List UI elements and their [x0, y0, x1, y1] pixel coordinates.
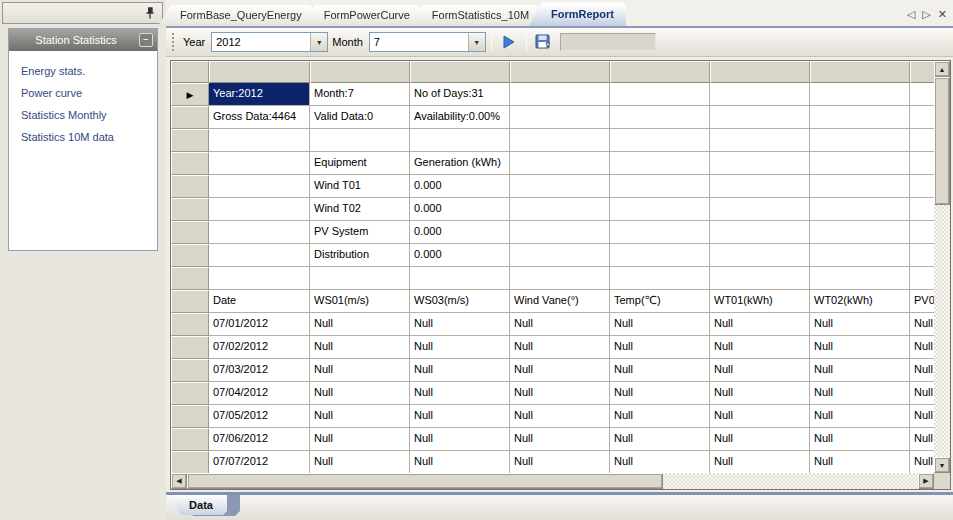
grid-cell[interactable]: Null: [310, 428, 410, 451]
row-header[interactable]: [171, 290, 209, 313]
tab-formreport[interactable]: FormReport: [529, 2, 626, 26]
grid-cell[interactable]: Null: [410, 428, 510, 451]
year-combo[interactable]: 2012 ▼: [211, 32, 328, 52]
grid-cell[interactable]: [510, 198, 610, 221]
grid-cell[interactable]: [209, 267, 310, 290]
scroll-up-icon[interactable]: ▲: [934, 61, 950, 77]
grid-cell[interactable]: 0.000: [410, 221, 510, 244]
grid-cell[interactable]: [610, 106, 710, 129]
vertical-scrollbar[interactable]: ▲ ▼: [934, 61, 950, 473]
grid-cell[interactable]: Null: [810, 359, 910, 382]
grid-cell[interactable]: [610, 221, 710, 244]
chevron-down-icon[interactable]: ▼: [310, 33, 327, 51]
grid-cell[interactable]: [209, 221, 310, 244]
grid-cell[interactable]: Null: [310, 382, 410, 405]
close-tab-icon[interactable]: ✕: [938, 8, 947, 21]
grid-cell[interactable]: Null: [910, 336, 934, 359]
grid-cell[interactable]: [710, 244, 810, 267]
grid-cell[interactable]: [610, 198, 710, 221]
row-header[interactable]: [171, 244, 209, 267]
grid-cell[interactable]: [910, 175, 934, 198]
row-indicator-icon[interactable]: ▶: [171, 83, 209, 106]
grid-cell[interactable]: Null: [610, 359, 710, 382]
grid-cell[interactable]: Valid Data:0: [310, 106, 410, 129]
row-header[interactable]: [171, 198, 209, 221]
row-header[interactable]: [171, 405, 209, 428]
scroll-down-icon[interactable]: ▼: [934, 457, 950, 473]
grid-cell[interactable]: [610, 267, 710, 290]
grid-cell[interactable]: Null: [710, 405, 810, 428]
grid-cell[interactable]: [410, 129, 510, 152]
row-header[interactable]: [171, 106, 209, 129]
tab-formstatistics_10m[interactable]: FormStatistics_10M: [410, 5, 541, 26]
scroll-right-icon[interactable]: ▶: [918, 473, 934, 489]
grid-corner-cell[interactable]: [171, 61, 209, 83]
grid-cell[interactable]: [910, 83, 934, 106]
row-header[interactable]: [171, 382, 209, 405]
grid-cell[interactable]: Null: [510, 405, 610, 428]
grid-cell[interactable]: [510, 83, 610, 106]
grid-cell[interactable]: [510, 106, 610, 129]
row-header[interactable]: [171, 175, 209, 198]
scroll-tabs-right-icon[interactable]: ▷: [922, 8, 930, 21]
grid-cell[interactable]: Null: [510, 428, 610, 451]
grid-cell[interactable]: [510, 175, 610, 198]
grid-cell[interactable]: [209, 129, 310, 152]
grid-cell[interactable]: Equipment: [310, 152, 410, 175]
grid-cell[interactable]: [810, 221, 910, 244]
grid-column-header[interactable]: [710, 61, 810, 83]
grid-cell[interactable]: Wind T01: [310, 175, 410, 198]
grid-cell[interactable]: [910, 129, 934, 152]
pin-icon[interactable]: [144, 7, 156, 20]
chevron-down-icon[interactable]: ▼: [468, 33, 485, 51]
grid-cell[interactable]: [710, 152, 810, 175]
grid-cell[interactable]: Wind Vane(°): [510, 290, 610, 313]
grid-cell[interactable]: PV System: [310, 221, 410, 244]
grid-cell[interactable]: [610, 244, 710, 267]
grid-column-header[interactable]: [910, 61, 934, 83]
grid-cell[interactable]: [710, 106, 810, 129]
grid-cell[interactable]: Null: [610, 451, 710, 473]
grid-cell[interactable]: Null: [510, 313, 610, 336]
grid-cell[interactable]: PV01(kWh): [910, 290, 934, 313]
grid-cell[interactable]: [710, 267, 810, 290]
grid-cell[interactable]: Month:7: [310, 83, 410, 106]
toolbar-textbox[interactable]: [560, 33, 656, 51]
grid-cell[interactable]: No of Days:31: [410, 83, 510, 106]
grid-cell[interactable]: Null: [410, 359, 510, 382]
grid-cell[interactable]: Null: [510, 359, 610, 382]
grid-cell[interactable]: Distribution: [310, 244, 410, 267]
grid-cell[interactable]: [510, 267, 610, 290]
grid-column-header[interactable]: [810, 61, 910, 83]
vertical-scroll-track[interactable]: [934, 205, 950, 457]
grid-cell[interactable]: Null: [910, 428, 934, 451]
save-button[interactable]: [532, 31, 556, 53]
grid-column-header[interactable]: [310, 61, 410, 83]
grid-cell[interactable]: [810, 106, 910, 129]
grid-cell[interactable]: [209, 152, 310, 175]
row-header[interactable]: [171, 359, 209, 382]
grid-cell[interactable]: Null: [910, 313, 934, 336]
grid-cell[interactable]: Temp(℃): [610, 290, 710, 313]
toolbar-grip[interactable]: [171, 33, 175, 51]
grid-cell[interactable]: [910, 267, 934, 290]
month-combo[interactable]: 7 ▼: [369, 32, 486, 52]
grid-cell[interactable]: 07/05/2012: [209, 405, 310, 428]
horizontal-scroll-thumb[interactable]: [187, 473, 663, 489]
grid-cell[interactable]: [510, 221, 610, 244]
grid-cell[interactable]: [209, 175, 310, 198]
grid-cell[interactable]: Null: [410, 382, 510, 405]
grid-cell[interactable]: Wind T02: [310, 198, 410, 221]
grid-cell[interactable]: [710, 198, 810, 221]
grid-cell[interactable]: 07/03/2012: [209, 359, 310, 382]
row-header[interactable]: [171, 152, 209, 175]
grid-cell[interactable]: Null: [610, 382, 710, 405]
grid-cell[interactable]: Generation (kWh): [410, 152, 510, 175]
grid-cell[interactable]: Null: [510, 382, 610, 405]
grid-cell[interactable]: Null: [310, 405, 410, 428]
grid-cell[interactable]: Null: [610, 405, 710, 428]
grid-cell[interactable]: WS03(m/s): [410, 290, 510, 313]
row-header[interactable]: [171, 129, 209, 152]
grid-cell[interactable]: Null: [710, 336, 810, 359]
grid-cell[interactable]: [610, 129, 710, 152]
